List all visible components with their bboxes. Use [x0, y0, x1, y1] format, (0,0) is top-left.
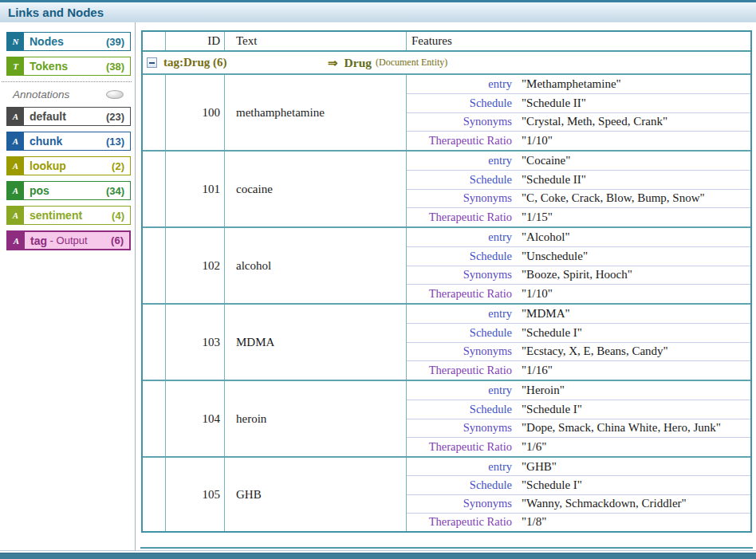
feature-value: "Dope, Smack, China White, Hero, Junk" — [512, 421, 721, 435]
sidebar-item-Tokens[interactable]: T Tokens (38) — [6, 57, 131, 76]
row-features: entry "Alcohol" Schedule "Unschedule" Sy… — [407, 228, 750, 303]
sidebar-item-label: Tokens — [24, 60, 68, 73]
feature-line: entry "Methamphetamine" — [407, 75, 750, 94]
row-id: 103 — [166, 305, 225, 380]
feature-line: Synonyms "C, Coke, Crack, Blow, Bump, Sn… — [407, 190, 750, 209]
sidebar-item-count: (23) — [106, 111, 130, 123]
feature-name: Synonyms — [407, 115, 512, 128]
expand-cell — [143, 381, 166, 456]
text-column-header: Text — [225, 32, 407, 50]
feature-line: Synonyms "Dope, Smack, China White, Hero… — [407, 419, 750, 439]
feature-value: "1/8" — [512, 515, 546, 529]
type-letter-icon: A — [7, 157, 24, 175]
feature-line: Schedule "Unschedule" — [407, 247, 750, 266]
feature-value: "Booze, Spirit, Hooch" — [512, 268, 632, 281]
annotations-label: Annotations — [13, 89, 69, 100]
sidebar-divider — [2, 81, 132, 82]
sidebar-item-label: lookup — [24, 159, 66, 172]
table-row[interactable]: 100 methamphetamine entry "Methamphetami… — [143, 75, 750, 152]
row-id: 101 — [166, 152, 225, 226]
sidebar-item-label: chunk — [24, 135, 62, 148]
table-row[interactable]: 102 alcohol entry "Alcohol" Schedule "Un… — [143, 228, 750, 305]
expand-cell — [143, 152, 166, 226]
sidebar-item-pos[interactable]: A pos (34) — [6, 181, 131, 200]
collapse-icon[interactable] — [147, 57, 157, 68]
feature-line: Therapeutic Ratio "1/10" — [407, 132, 750, 150]
table-row[interactable]: 104 heroin entry "Heroin" Schedule "Sche… — [143, 381, 750, 458]
id-column-header: ID — [166, 32, 225, 50]
sidebar-annotation-list: A default (23) A chunk (13) A lookup (2)… — [0, 107, 135, 250]
sidebar-item-label: tag — [25, 234, 47, 247]
expand-cell — [143, 75, 166, 150]
feature-value: "1/16" — [512, 364, 553, 377]
row-features: entry "GHB" Schedule "Schedule I" Synony… — [407, 458, 750, 531]
feature-line: Synonyms "Crystal, Meth, Speed, Crank" — [407, 113, 750, 132]
feature-name: entry — [407, 307, 512, 321]
feature-value: "Methamphetamine" — [512, 77, 621, 91]
feature-name: Therapeutic Ratio — [407, 134, 512, 148]
sidebar-item-label: Nodes — [24, 35, 64, 48]
sidebar-item-count: (38) — [106, 61, 130, 73]
annotations-header: Annotations — [0, 85, 135, 104]
feature-name: Schedule — [407, 96, 512, 110]
table-body: 100 methamphetamine entry "Methamphetami… — [143, 75, 750, 531]
sidebar: N Nodes (39) T Tokens (38) Annotations A… — [0, 22, 136, 550]
feature-line: Schedule "Schedule I" — [407, 400, 750, 419]
feature-line: Therapeutic Ratio "1/15" — [407, 208, 750, 226]
sidebar-item-lookup[interactable]: A lookup (2) — [6, 156, 131, 175]
sidebar-item-count: (34) — [106, 185, 130, 197]
feature-name: Therapeutic Ratio — [407, 515, 512, 529]
sidebar-item-count: (13) — [106, 136, 130, 148]
feature-value: "Schedule II" — [512, 96, 586, 110]
type-letter-icon: N — [7, 33, 24, 50]
content-bottom-line — [0, 550, 756, 551]
sidebar-item-count: (6) — [111, 234, 129, 246]
feature-line: Synonyms "Ecstacy, X, E, Beans, Candy" — [407, 343, 750, 362]
row-features: entry "Methamphetamine" Schedule "Schedu… — [407, 75, 750, 150]
feature-name: Therapeutic Ratio — [407, 287, 512, 301]
features-column-header: Features — [407, 32, 750, 50]
expand-column-header — [143, 32, 166, 50]
feature-name: entry — [407, 154, 512, 167]
sidebar-item-sentiment[interactable]: A sentiment (4) — [6, 206, 131, 225]
feature-value: "Ecstacy, X, E, Beans, Candy" — [512, 344, 668, 358]
sidebar-item-label: pos — [24, 184, 49, 197]
group-row-tag-drug: tag:Drug (6) ⇒ Drug (Document Entity) — [143, 52, 750, 75]
feature-value: "Schedule I" — [512, 478, 582, 492]
group-name: tag:Drug (6) — [163, 56, 227, 69]
sidebar-item-Nodes[interactable]: N Nodes (39) — [6, 32, 131, 51]
type-letter-icon: A — [7, 108, 24, 125]
table-row[interactable]: 101 cocaine entry "Cocaine" Schedule "Sc… — [143, 152, 750, 228]
feature-value: "MDMA" — [512, 307, 570, 321]
feature-line: Therapeutic Ratio "1/6" — [407, 438, 750, 456]
sidebar-item-count: (2) — [112, 160, 130, 172]
window-bottom-bar — [0, 553, 756, 559]
titlebar: Links and Nodes — [0, 0, 756, 22]
type-letter-icon: A — [7, 132, 24, 150]
minus-glyph — [149, 62, 155, 64]
sidebar-item-suffix: - Output — [47, 234, 88, 246]
feature-name: entry — [407, 230, 512, 244]
type-letter-icon: A — [8, 232, 25, 249]
feature-line: Synonyms "Booze, Spirit, Hooch" — [407, 266, 750, 285]
sidebar-item-chunk[interactable]: A chunk (13) — [6, 132, 131, 151]
feature-value: "Unschedule" — [512, 250, 588, 263]
sidebar-item-tag[interactable]: A tag - Output (6) — [6, 230, 131, 250]
feature-value: "Cocaine" — [512, 154, 570, 167]
annotations-table: ID Text Features tag:Drug (6) ⇒ Drug (Do… — [141, 30, 752, 533]
type-letter-icon: A — [7, 207, 24, 224]
table-row[interactable]: 105 GHB entry "GHB" Schedule "Schedule I… — [143, 458, 750, 531]
feature-name: Therapeutic Ratio — [407, 440, 512, 454]
feature-name: Therapeutic Ratio — [407, 364, 512, 377]
feature-value: "1/6" — [512, 440, 546, 454]
feature-value: "Heroin" — [512, 384, 565, 397]
feature-value: "Schedule I" — [512, 403, 582, 416]
annotations-toggle[interactable] — [106, 90, 124, 99]
sidebar-item-count: (4) — [112, 210, 130, 222]
page-title: Links and Nodes — [8, 6, 104, 19]
implies-arrow-icon: ⇒ — [328, 56, 338, 70]
feature-name: Schedule — [407, 326, 512, 340]
feature-name: entry — [407, 77, 512, 91]
table-row[interactable]: 103 MDMA entry "MDMA" Schedule "Schedule… — [143, 305, 750, 381]
sidebar-item-default[interactable]: A default (23) — [6, 107, 131, 126]
